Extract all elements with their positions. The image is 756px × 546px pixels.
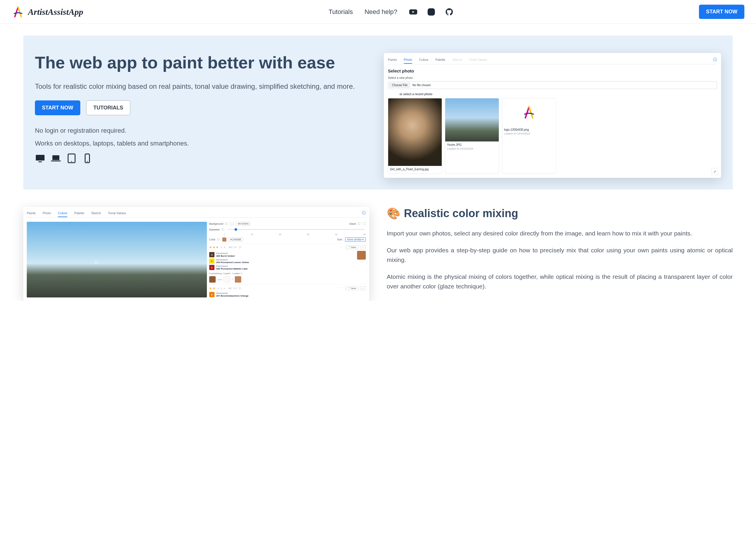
start-now-button[interactable]: START NOW bbox=[699, 5, 744, 19]
tab-tonal-values[interactable]: Tonal Values bbox=[469, 58, 487, 61]
paint-swatch: 4 bbox=[209, 252, 214, 257]
sort-label: Sort : bbox=[337, 238, 344, 241]
hero-note-devices: Works on desktops, laptops, tablets and … bbox=[35, 140, 372, 147]
palette-emoji-icon: 🎨 bbox=[387, 207, 400, 220]
section2-left: Paints Photo Colors Palette Sketch Tonal… bbox=[23, 207, 369, 301]
tab-colors[interactable]: Colors bbox=[419, 58, 428, 61]
sort-select[interactable]: More similar ▾ bbox=[345, 237, 366, 242]
tab-palette[interactable]: Palette bbox=[435, 58, 445, 61]
tab-paints[interactable]: Paints bbox=[388, 58, 397, 61]
hero-right: Paints Photo Colors Palette Sketch Tonal… bbox=[384, 53, 721, 178]
mix-swatch bbox=[235, 276, 241, 283]
mix-swatch bbox=[223, 276, 230, 283]
photo-card[interactable]: Yvoire.JPG Loaded on 15/10/2023 bbox=[445, 98, 499, 174]
target-color-hex[interactable]: #C0835B bbox=[228, 237, 243, 242]
photo-card[interactable]: logo-1200x630.png Loaded on 15/10/2023 bbox=[502, 98, 556, 174]
app-tabs-2: Paints Photo Colors Palette Sketch Tonal… bbox=[27, 210, 366, 218]
more-button[interactable]: ⋯ bbox=[361, 286, 366, 290]
hero-tutorials-button[interactable]: TUTORIALS bbox=[86, 100, 131, 115]
photo-name: Yvoire.JPG bbox=[447, 143, 497, 146]
tab-tonal-values[interactable]: Tonal Values bbox=[108, 211, 126, 215]
mix-swatches: over = bbox=[209, 276, 366, 283]
paint-swatch: 6 bbox=[209, 292, 214, 297]
color-label: Color bbox=[209, 238, 216, 241]
photo-date: Loaded on 15/10/2023 bbox=[504, 132, 554, 135]
hero-start-button[interactable]: START NOW bbox=[35, 100, 80, 115]
laptop-icon bbox=[51, 153, 61, 164]
svg-rect-5 bbox=[38, 161, 42, 162]
paint-row: 4 Rembrandt409 Burnt Umber bbox=[209, 252, 355, 257]
more-button[interactable]: ⋯ bbox=[361, 245, 366, 249]
color-result: ★ ★ ★ ★ ★ ΔE*: 1.1 ⓘ ♡ ♡ Save ⋯ 6 Rembra… bbox=[209, 284, 366, 297]
delta-e: ΔE*: 1.1 bbox=[228, 287, 237, 290]
background-swatch[interactable] bbox=[230, 222, 234, 226]
hero-left: The web app to paint better with ease To… bbox=[35, 53, 372, 164]
paint-row: 3 Rembrandt254 Permanent Lemon Yellow bbox=[209, 258, 355, 264]
tab-photo[interactable]: Photo bbox=[43, 211, 51, 215]
section-paragraph: Import your own photos, select any desir… bbox=[387, 228, 733, 238]
logo-area[interactable]: ArtistAssistApp bbox=[12, 6, 83, 18]
stars-icon: ★ ★ ★ bbox=[209, 246, 219, 249]
target-color-swatch[interactable] bbox=[222, 237, 226, 242]
photo-thumb bbox=[388, 98, 442, 166]
favorite-icon[interactable]: ♡ bbox=[340, 287, 342, 290]
svg-point-3 bbox=[433, 9, 434, 10]
header: ArtistAssistApp Tutorials Need help? STA… bbox=[0, 0, 756, 24]
info-icon[interactable]: ⓘ bbox=[362, 210, 366, 216]
app-tabs: Paints Photo Colors Palette Sketch Tonal… bbox=[388, 57, 717, 64]
nav-tutorials[interactable]: Tutorials bbox=[329, 8, 353, 16]
result-swatch bbox=[357, 251, 366, 260]
file-input[interactable]: Choose File No file chosen bbox=[388, 81, 717, 89]
info-icon[interactable]: ⓘ bbox=[713, 57, 717, 62]
tab-sketch[interactable]: Sketch bbox=[452, 58, 462, 61]
photo-date: Loaded on 15/10/2023 bbox=[447, 147, 497, 150]
youtube-icon[interactable] bbox=[409, 8, 418, 16]
tab-photo[interactable]: Photo bbox=[404, 58, 412, 64]
hero-buttons: START NOW TUTORIALS bbox=[35, 100, 372, 115]
svg-rect-7 bbox=[51, 160, 61, 161]
tab-sketch[interactable]: Sketch bbox=[91, 211, 101, 215]
instagram-icon[interactable] bbox=[427, 8, 436, 16]
background-label: Background bbox=[209, 222, 223, 225]
section2-right: 🎨 Realistic color mixing Import your own… bbox=[387, 207, 733, 298]
logo-icon bbox=[12, 6, 24, 18]
choose-file-button[interactable]: Choose File bbox=[389, 83, 410, 88]
photo-name: logo-1200x630.png bbox=[504, 128, 554, 131]
tab-paints[interactable]: Paints bbox=[27, 211, 36, 215]
new-photo-label: Select a new photo : bbox=[388, 76, 717, 79]
hero-section: The web app to paint better with ease To… bbox=[23, 36, 733, 189]
background-hex[interactable]: #FAF9F6 bbox=[236, 222, 251, 226]
reference-image[interactable] bbox=[27, 222, 207, 297]
paint-swatch: 1 bbox=[209, 265, 214, 270]
recent-label: or select a recent photo bbox=[400, 93, 717, 96]
save-button[interactable]: ♡ Save bbox=[346, 245, 359, 249]
glaze-checkbox[interactable] bbox=[363, 222, 366, 225]
diameter-label: Diameter bbox=[209, 228, 220, 231]
expand-icon[interactable]: ⤢ bbox=[711, 168, 718, 175]
crosshair-icon bbox=[95, 261, 98, 264]
github-icon[interactable] bbox=[445, 8, 454, 16]
app-name: ArtistAssistApp bbox=[28, 7, 83, 17]
favorite-icon[interactable]: ♡ bbox=[340, 246, 342, 249]
photo-card[interactable]: Girl_with_a_Pearl_Earring.jpg bbox=[388, 98, 442, 174]
tab-palette[interactable]: Palette bbox=[74, 211, 84, 215]
tablet-icon bbox=[66, 153, 77, 164]
save-button[interactable]: ♡ Save bbox=[346, 286, 359, 290]
social-icons bbox=[409, 8, 454, 16]
nav-help[interactable]: Need help? bbox=[365, 8, 397, 16]
tab-colors[interactable]: Colors bbox=[58, 211, 67, 217]
desktop-icon bbox=[35, 153, 45, 164]
hero-subtitle: Tools for realistic color mixing based o… bbox=[35, 81, 372, 92]
screenshot-photo-tab: Paints Photo Colors Palette Sketch Tonal… bbox=[384, 53, 721, 178]
nav-center: Tutorials Need help? bbox=[329, 8, 454, 16]
select-photo-title: Select photo bbox=[388, 68, 717, 73]
photo-name: Girl_with_a_Pearl_Earring.jpg bbox=[390, 168, 440, 171]
no-file-text: No file chosen bbox=[412, 84, 431, 87]
section-title: 🎨 Realistic color mixing bbox=[387, 207, 733, 220]
svg-rect-6 bbox=[52, 155, 59, 160]
colors-panel: Background ⓘ: #FAF9F6 Glaze ⓘ: Diameter … bbox=[209, 222, 366, 297]
diameter-slider[interactable] bbox=[228, 229, 365, 230]
device-icons bbox=[35, 153, 372, 164]
svg-rect-4 bbox=[36, 155, 45, 161]
photo-thumb bbox=[502, 98, 556, 126]
